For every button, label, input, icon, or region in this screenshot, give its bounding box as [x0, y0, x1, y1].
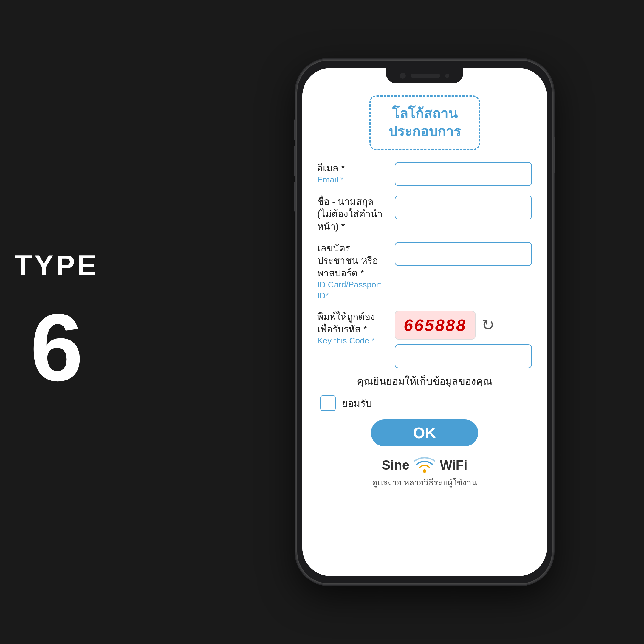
scene: TYPE 6 — [0, 0, 644, 644]
captcha-code-box: 665888 — [395, 311, 476, 340]
name-input[interactable] — [395, 196, 532, 219]
consent-checkbox-row: ยอมรับ — [317, 395, 532, 411]
id-label-en: ID Card/Passport ID* — [317, 279, 389, 301]
name-row: ชื่อ - นามสกุล (ไม่ต้องใส่คำนำหน้า) * — [317, 196, 532, 233]
mute-button — [294, 119, 296, 140]
captcha-label-th: พิมพ์ให้ถูกต้องเพื่อรับรหัส * — [317, 311, 375, 335]
email-label-th: อีเมล * — [317, 163, 345, 174]
email-label: อีเมล * Email * — [317, 162, 389, 185]
refresh-icon[interactable]: ↻ — [482, 317, 495, 333]
footer-brand: Sine WiFi ดูแลง่าย หลายวิธีระบุผู้ใช้งาน — [372, 457, 477, 489]
name-label-th: ชื่อ - นามสกุล (ไม่ต้องใส่คำนำหน้า) * — [317, 196, 383, 232]
email-label-en: Email * — [317, 174, 389, 185]
captcha-label-en: Key this Code * — [317, 335, 389, 346]
logo-text: โลโก้สถาน ประกอบการ — [388, 105, 461, 141]
consent-checkbox[interactable] — [320, 395, 336, 411]
name-label: ชื่อ - นามสกุล (ไม่ต้องใส่คำนำหน้า) * — [317, 196, 389, 233]
form-section: อีเมล * Email * ชื่อ - นามสกุล (ไม่ต้องใ… — [317, 162, 532, 373]
type-label: TYPE — [15, 249, 99, 282]
ok-button[interactable]: OK — [371, 419, 478, 446]
phone-frame: โลโก้สถาน ประกอบการ อีเมล * Email * — [296, 60, 553, 584]
left-panel: TYPE 6 — [0, 0, 113, 644]
phone-screen: โลโก้สถาน ประกอบการ อีเมล * Email * — [302, 68, 547, 576]
number-label: 6 — [30, 300, 83, 395]
brand-wifi: WiFi — [440, 458, 467, 473]
front-camera — [400, 73, 406, 79]
screen-content: โลโก้สถาน ประกอบการ อีเมล * Email * — [302, 83, 547, 576]
captcha-label: พิมพ์ให้ถูกต้องเพื่อรับรหัส * Key this C… — [317, 311, 389, 346]
logo-box: โลโก้สถาน ประกอบการ — [369, 95, 480, 150]
phone-container: โลโก้สถาน ประกอบการ อีเมล * Email * — [296, 60, 553, 584]
consent-label: ยอมรับ — [342, 395, 372, 411]
brand-tagline: ดูแลง่าย หลายวิธีระบุผู้ใช้งาน — [372, 476, 477, 489]
captcha-right: 665888 ↻ — [395, 311, 532, 368]
logo-area: โลโก้สถาน ประกอบการ — [317, 95, 532, 150]
email-row: อีเมล * Email * — [317, 162, 532, 186]
speaker — [411, 74, 440, 78]
wifi-icon — [414, 457, 435, 473]
email-input[interactable] — [395, 162, 532, 186]
captcha-code: 665888 — [404, 316, 467, 335]
id-label-th: เลขบัตรประชาชน หรือพาสปอร์ต * — [317, 243, 378, 278]
id-input[interactable] — [395, 242, 532, 266]
brand-row: Sine WiFi — [382, 457, 467, 473]
captcha-input[interactable] — [395, 344, 532, 368]
notch — [386, 68, 463, 83]
captcha-top: 665888 ↻ — [395, 311, 532, 340]
id-label: เลขบัตรประชาชน หรือพาสปอร์ต * ID Card/Pa… — [317, 242, 389, 301]
consent-title: คุณยินยอมให้เก็บข้อมูลของคุณ — [317, 373, 532, 389]
consent-section: คุณยินยอมให้เก็บข้อมูลของคุณ ยอมรับ — [317, 373, 532, 411]
logo-line1: โลโก้สถาน — [392, 106, 457, 121]
volume-down-button — [294, 182, 296, 212]
power-button — [553, 137, 555, 173]
sensor — [445, 74, 449, 78]
brand-sine: Sine — [382, 458, 409, 473]
logo-line2: ประกอบการ — [388, 124, 461, 139]
id-row: เลขบัตรประชาชน หรือพาสปอร์ต * ID Card/Pa… — [317, 242, 532, 301]
svg-point-0 — [423, 469, 426, 473]
volume-up-button — [294, 146, 296, 176]
captcha-row: พิมพ์ให้ถูกต้องเพื่อรับรหัส * Key this C… — [317, 311, 532, 368]
